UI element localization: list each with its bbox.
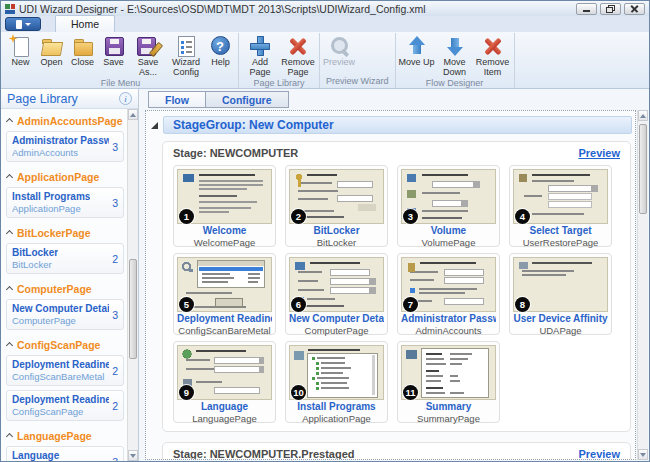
sidebar-scrollbar[interactable] <box>127 109 138 461</box>
stagegroup-row: StageGroup: New Computer <box>149 116 633 134</box>
ribbon-button[interactable]: Help <box>205 33 236 68</box>
sidebar-group-label: ConfigScanPage <box>17 339 100 351</box>
ribbon-group-label: Preview Wizard <box>322 75 393 88</box>
sidebar-card-subtitle: ConfigScanPage <box>12 406 109 417</box>
new-document-icon <box>9 34 33 58</box>
page-card-title: BitLocker <box>289 225 384 237</box>
collapse-chevron-icon <box>6 174 13 181</box>
sidebar-page-card[interactable]: Deployment Readiness ConfigScanBareMetal… <box>6 355 124 386</box>
sidebar-card-title: Administrator Password <box>12 135 109 147</box>
page-number-badge: 6 <box>291 297 306 312</box>
page-card-subtitle: VolumePage <box>401 237 496 248</box>
sidebar-group-label: ApplicationPage <box>17 171 99 183</box>
sidebar-group-header[interactable]: ComputerPage <box>6 278 124 298</box>
add-page-icon <box>248 34 272 58</box>
preview-link[interactable]: Preview <box>578 448 620 460</box>
flow-page-card[interactable]: 8 User Device Affinity UDAPage <box>509 253 612 335</box>
sidebar-group-label: ComputerPage <box>17 283 92 295</box>
ribbon-button[interactable]: Move Down <box>436 33 474 77</box>
close-button[interactable] <box>624 3 645 15</box>
page-library-title: Page Library <box>7 92 78 106</box>
ribbon-button-label: Close <box>71 58 94 68</box>
page-card-title: Volume <box>401 225 496 237</box>
scroll-down-arrow[interactable] <box>128 450 138 461</box>
tab-flow[interactable]: Flow <box>148 91 206 108</box>
ribbon-tabstrip: Home <box>1 16 649 32</box>
sidebar-page-card[interactable]: Language LanguagePage 3 <box>6 446 124 461</box>
flow-page-card[interactable]: 2 BitLocker BitLocker <box>285 165 388 247</box>
sidebar-page-card[interactable]: BitLocker BitLocker 2 <box>6 243 124 274</box>
ribbon-button[interactable]: Add Page <box>241 33 279 77</box>
sidebar-group-header[interactable]: AdminAccountsPage <box>6 110 124 130</box>
sidebar-group-header[interactable]: ApplicationPage <box>6 166 124 186</box>
ribbon-button[interactable]: New <box>5 33 36 68</box>
stagegroup-header[interactable]: StageGroup: New Computer <box>163 116 632 134</box>
sidebar-page-card[interactable]: Install Programs ApplicationPage 3 <box>6 187 124 218</box>
ribbon-button[interactable]: Save <box>98 33 129 68</box>
sidebar-header: Page Library i <box>1 89 138 109</box>
flow-page-card[interactable]: 5 Deployment Readiness ConfigScanBareMet… <box>173 253 276 335</box>
move-down-icon <box>443 34 467 58</box>
scrollbar-thumb[interactable] <box>129 259 137 359</box>
flow-page-card[interactable]: 1 Welcome WelcomePage <box>173 165 276 247</box>
page-card-subtitle: ComputerPage <box>289 325 384 336</box>
sidebar-group-header[interactable]: ConfigScanPage <box>6 334 124 354</box>
page-library-list: AdminAccountsPage <box>1 109 127 461</box>
page-card-title: Select Target <box>513 225 608 237</box>
tab-configure[interactable]: Configure <box>205 91 289 108</box>
remove-item-icon <box>481 34 505 58</box>
flow-designer-panel: Flow Configure StageGroup: New Computer … <box>139 89 649 461</box>
sidebar-card-count: 3 <box>109 141 118 153</box>
flow-page-card[interactable]: 3 Volume VolumePage <box>397 165 500 247</box>
sidebar-page-card[interactable]: Administrator Password AdminAccounts 3 <box>6 131 124 162</box>
sidebar-page-card[interactable]: Deployment Readiness ConfigScanPage 2 <box>6 390 124 421</box>
collapse-chevron-icon <box>6 342 13 349</box>
expander-triangle-icon[interactable] <box>151 122 158 129</box>
ribbon-button[interactable]: Remove Page <box>279 33 317 77</box>
app-menu-button[interactable] <box>5 17 41 31</box>
ribbon-button-label: Wizard Config <box>168 58 204 77</box>
flow-page-card[interactable]: 11 Summary SummaryPage <box>397 341 500 423</box>
ribbon-button[interactable]: Remove Item <box>474 33 512 77</box>
page-card-subtitle: BitLocker <box>289 237 384 248</box>
app-icon <box>5 4 15 14</box>
main-scrollbar[interactable] <box>637 110 648 460</box>
preview-link[interactable]: Preview <box>578 147 620 159</box>
scroll-up-arrow[interactable] <box>128 109 138 120</box>
scrollbar-thumb[interactable] <box>639 124 647 214</box>
scroll-down-arrow[interactable] <box>638 449 648 460</box>
sidebar-group-header[interactable]: LanguagePage <box>6 425 124 445</box>
flow-page-card[interactable]: 6 New Computer Details ComputerPage <box>285 253 388 335</box>
ribbon-button[interactable]: Open <box>36 33 67 68</box>
move-up-icon <box>405 34 429 58</box>
ribbon-group: New Open Close <box>3 33 239 88</box>
sidebar-card-subtitle: ApplicationPage <box>12 203 90 214</box>
sidebar-card-subtitle: AdminAccounts <box>12 147 109 158</box>
page-number-badge: 11 <box>403 385 418 400</box>
page-number-badge: 4 <box>515 209 530 224</box>
sidebar-page-card[interactable]: New Computer Details ComputerPage 3 <box>6 299 124 330</box>
ribbon-button-label: Open <box>40 58 62 68</box>
flow-page-card[interactable]: 7 Administrator Passw... AdminAccounts <box>397 253 500 335</box>
flow-page-card[interactable]: 9 Language LanguagePage <box>173 341 276 423</box>
flow-page-card[interactable]: 4 Select Target UserRestorePage <box>509 165 612 247</box>
ribbon-button[interactable]: Preview <box>322 33 356 68</box>
tab-home[interactable]: Home <box>55 15 115 32</box>
minimize-button[interactable] <box>576 3 597 15</box>
restore-button[interactable] <box>600 3 621 15</box>
ribbon-button[interactable]: Wizard Config <box>167 33 205 77</box>
ribbon-group: Preview Preview Wizard <box>320 33 396 88</box>
info-icon[interactable]: i <box>119 92 132 105</box>
page-number-badge: 5 <box>179 297 194 312</box>
ribbon-button[interactable]: Move Up <box>398 33 436 68</box>
sidebar-group-header[interactable]: BitLockerPage <box>6 222 124 242</box>
sidebar-group-label: LanguagePage <box>17 430 92 442</box>
page-card-subtitle: SummaryPage <box>401 413 496 424</box>
page-number-badge: 3 <box>403 209 418 224</box>
page-library-sidebar: Page Library i AdminAccountsPage <box>1 89 139 461</box>
collapse-chevron-icon <box>6 118 13 125</box>
ribbon-button[interactable]: Close <box>67 33 98 68</box>
scroll-up-arrow[interactable] <box>638 110 648 121</box>
flow-page-card[interactable]: 10 Install Programs ApplicationPage <box>285 341 388 423</box>
ribbon-button[interactable]: Save As... <box>129 33 167 77</box>
